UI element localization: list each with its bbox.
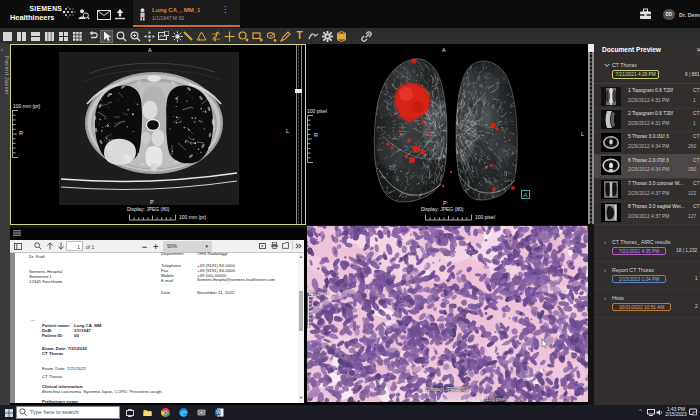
svg-text:W: W	[216, 409, 221, 415]
